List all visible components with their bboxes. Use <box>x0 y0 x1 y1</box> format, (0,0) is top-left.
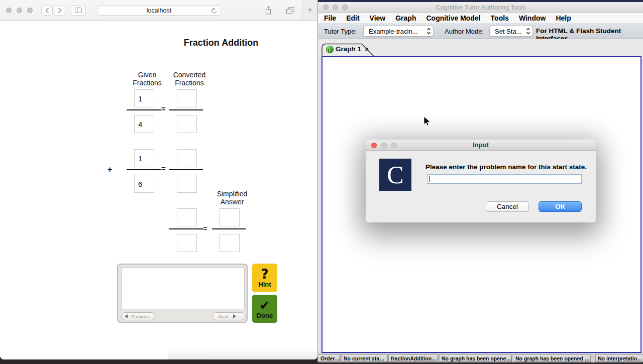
browser-window: localhost + Fraction Addition <box>0 0 317 359</box>
dialog-titlebar: Input <box>366 140 596 151</box>
author-mode-value: Set Sta... <box>495 28 521 35</box>
previous-button[interactable]: Previous <box>121 312 155 320</box>
dialog-message: Please enter the problem name for this s… <box>425 163 591 171</box>
sum-numerator-input[interactable] <box>177 208 197 226</box>
menu-file[interactable]: File <box>324 14 336 22</box>
traffic-light-zoom[interactable] <box>342 5 348 10</box>
stepper-icon <box>523 26 532 36</box>
next-button[interactable]: Next <box>212 312 246 320</box>
answer-denominator-input[interactable] <box>220 234 240 252</box>
dialog-zoom-light[interactable] <box>391 143 397 148</box>
forward-button[interactable] <box>54 5 65 16</box>
stepper-icon <box>424 26 433 36</box>
question-icon: ? <box>261 268 268 281</box>
text-caret <box>430 176 430 182</box>
converted1-denominator-input[interactable] <box>177 115 197 133</box>
hint-panel: Previous Next <box>117 264 248 323</box>
given1-denominator-input[interactable]: 4 <box>134 115 154 133</box>
traffic-light-minimize[interactable] <box>17 8 22 13</box>
status-cell-interpretation: No interpretatio… <box>596 355 643 362</box>
converted2-numerator-input[interactable] <box>177 149 197 167</box>
answer-numerator-input[interactable] <box>220 208 240 226</box>
share-button[interactable] <box>262 5 275 16</box>
next-label: Next <box>219 314 229 319</box>
status-cell-order: Order… <box>318 355 340 362</box>
simplified-answer-label: Simplified Answer <box>209 190 255 206</box>
status-cell-graph-1: No graph has been opene… <box>440 355 512 362</box>
plus-sign: + <box>108 165 112 174</box>
sidebar-icon <box>75 8 82 13</box>
previous-label: Previous <box>131 314 150 319</box>
tabs-icon <box>286 7 294 14</box>
behavior-graph-icon: H <box>326 46 334 53</box>
menu-help[interactable]: Help <box>556 14 571 22</box>
status-cell-graph-2: No graph has been opened … <box>513 355 590 362</box>
dialog-minimize-light[interactable] <box>381 143 387 148</box>
previous-arrow-icon <box>125 314 128 318</box>
traffic-light-close[interactable] <box>323 5 329 10</box>
tab-graph-1[interactable]: H Graph 1 × <box>322 43 375 56</box>
tab-overview-button[interactable] <box>283 5 298 16</box>
check-icon: ✔ <box>259 299 270 312</box>
menu-bar: File Edit View Graph Cognitive Model Too… <box>318 13 643 23</box>
dialog-title: Input <box>366 140 596 151</box>
equals-sign-2: = <box>161 164 166 173</box>
given1-numerator-input[interactable]: 1 <box>134 89 154 107</box>
share-icon <box>265 6 272 15</box>
hint-button[interactable]: ? Hint <box>252 264 277 292</box>
hint-button-label: Hint <box>258 281 271 288</box>
plus-icon: + <box>307 5 312 15</box>
given2-denominator-input[interactable]: 6 <box>134 175 154 193</box>
traffic-light-minimize[interactable] <box>333 5 338 10</box>
input-dialog: Input C Please enter the problem name fo… <box>366 140 596 222</box>
fraction-bar <box>169 228 203 229</box>
tutor-type-dropdown[interactable]: Example-tracin... <box>363 26 434 37</box>
ok-button[interactable]: OK <box>539 201 582 212</box>
sum-denominator-input[interactable] <box>177 234 197 252</box>
status-bar: Order… No current sta… fractionAddition…… <box>318 353 643 362</box>
traffic-light-zoom[interactable] <box>27 8 33 13</box>
menu-view[interactable]: View <box>370 14 386 22</box>
reload-icon[interactable] <box>211 8 217 14</box>
menu-tools[interactable]: Tools <box>491 14 509 22</box>
fraction-bar <box>169 169 203 170</box>
ctat-logo-icon: C <box>379 159 411 191</box>
fraction-bar <box>212 228 246 229</box>
page-title: Fraction Addition <box>171 38 271 48</box>
cancel-button[interactable]: Cancel <box>486 201 529 212</box>
window-bottom-shading <box>168 349 317 359</box>
tab-close-icon[interactable]: × <box>365 45 369 53</box>
given2-numerator-input[interactable]: 1 <box>134 149 154 167</box>
done-button[interactable]: ✔ Done <box>252 295 277 323</box>
author-mode-label: Author Mode: <box>445 28 484 35</box>
fraction-bar <box>127 109 161 110</box>
dialog-close-light[interactable] <box>371 143 377 148</box>
hint-message-area <box>121 267 245 309</box>
tutor-page: Fraction Addition Given Fractions Conver… <box>0 21 317 359</box>
converted1-numerator-input[interactable] <box>177 89 197 107</box>
done-button-label: Done <box>257 312 273 319</box>
fraction-bar <box>127 169 161 170</box>
equals-sign-3: = <box>203 224 207 232</box>
browser-toolbar: localhost + <box>0 0 317 21</box>
tutor-type-label: Tutor Type: <box>324 28 357 35</box>
problem-name-input[interactable] <box>427 174 582 184</box>
mouse-cursor <box>423 116 431 127</box>
menu-cognitive-model[interactable]: Cognitive Model <box>426 14 480 22</box>
converted2-denominator-input[interactable] <box>177 175 197 193</box>
tab-row: H Graph 1 × <box>318 39 643 56</box>
author-mode-dropdown[interactable]: Set Sta... <box>489 26 533 37</box>
new-tab-button[interactable]: + <box>302 0 317 20</box>
tab-label: Graph 1 <box>336 45 361 53</box>
status-cell-current-state: No current sta… <box>342 355 387 362</box>
ctat-toolbar: Tutor Type: Example-tracin... Author Mod… <box>318 23 643 39</box>
sidebar-button[interactable] <box>71 5 86 16</box>
traffic-light-close[interactable] <box>6 8 12 13</box>
menu-window[interactable]: Window <box>519 14 546 22</box>
converted-fractions-label: Converted Fractions <box>167 71 212 87</box>
url-field[interactable]: localhost <box>97 5 221 16</box>
menu-edit[interactable]: Edit <box>346 14 359 22</box>
back-button[interactable] <box>41 5 53 16</box>
chevron-right-icon <box>58 8 62 14</box>
menu-graph[interactable]: Graph <box>395 14 416 22</box>
